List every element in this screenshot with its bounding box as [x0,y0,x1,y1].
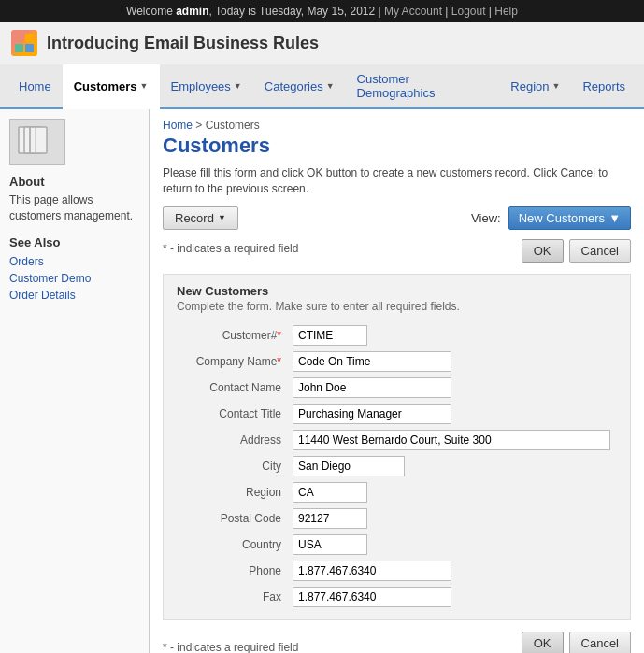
sidebar-link-order-details[interactable]: Order Details [9,289,139,302]
table-row: Company Name* [177,348,617,375]
table-row: Address [177,427,617,453]
field-label-region: Region [177,479,289,505]
sidebar-about-text: This page allows customers management. [9,192,139,224]
field-label-country: Country [177,532,289,558]
field-postal-code[interactable] [293,508,367,529]
my-account-link[interactable]: My Account [384,5,442,18]
form-table: Customer#* Company Name* Contact Name Co… [177,322,617,610]
nav-customer-demographics[interactable]: Customer Demographics [346,64,500,109]
welcome-text: Welcome [126,5,176,18]
logout-link[interactable]: Logout [451,5,486,18]
nav-customers[interactable]: Customers ▼ [63,64,160,109]
app-title: Introducing Email Business Rules [47,34,319,53]
breadcrumb-current: Customers [206,119,260,132]
page-body: About This page allows customers managem… [0,109,644,653]
svg-rect-3 [25,44,34,52]
table-row: Contact Name [177,375,617,401]
table-row: Phone [177,558,617,584]
required-note-top: * - indicates a required field [163,242,298,255]
svg-rect-1 [25,34,34,42]
view-chevron-icon: ▼ [608,211,621,225]
field-label-address: Address [177,427,289,453]
cancel-button-top[interactable]: Cancel [569,239,631,263]
customers-chevron-icon: ▼ [140,81,149,91]
record-label: Record [175,211,214,225]
table-row: Contact Title [177,401,617,427]
breadcrumb: Home > Customers [163,119,631,132]
nav-region[interactable]: Region ▼ [499,64,571,109]
field-phone[interactable] [293,561,451,581]
page-title: Customers [163,134,631,158]
view-section: View: New Customers ▼ [471,206,631,230]
form-description: Please fill this form and click OK butto… [163,165,631,197]
table-row: Postal Code [177,505,617,532]
top-bar: Welcome admin, Today is Tuesday, May 15,… [0,0,644,22]
sidebar-about-title: About [9,175,139,189]
field-country[interactable] [293,534,367,555]
main-content: Home > Customers Customers Please fill t… [150,109,644,653]
cancel-button-bottom[interactable]: Cancel [569,632,631,653]
field-company-name[interactable] [293,351,451,372]
table-row: Fax [177,584,617,610]
sidebar-icon [9,119,65,165]
table-row: City [177,453,617,479]
record-chevron-icon: ▼ [218,213,226,222]
date-text: , Today is Tuesday, May 15, 2012 | [209,5,384,18]
categories-chevron-icon: ▼ [326,81,335,91]
field-label-phone: Phone [177,558,289,584]
app-logo [11,30,37,56]
required-note-bottom: * - indicates a required field [163,641,298,653]
sidebar-link-orders[interactable]: Orders [9,255,139,268]
nav-home[interactable]: Home [7,64,63,109]
bottom-action-row: * - indicates a required field OK Cancel [163,626,631,653]
field-label-city: City [177,453,289,479]
table-row: Country [177,532,617,558]
svg-rect-6 [30,127,47,153]
form-section: New Customers Complete the form. Make su… [163,274,631,620]
new-customers-label: New Customers [519,211,605,225]
field-region[interactable] [293,482,367,503]
field-city[interactable] [293,456,405,476]
top-action-row: OK Cancel [522,239,631,263]
nav-reports[interactable]: Reports [571,64,637,109]
record-button[interactable]: Record ▼ [163,206,238,230]
breadcrumb-separator: > [193,119,206,132]
ok-button-bottom[interactable]: OK [522,632,564,653]
field-customer-number[interactable] [293,325,367,346]
toolbar: Record ▼ View: New Customers ▼ [163,206,631,230]
sidebar: About This page allows customers managem… [0,109,150,653]
sidebar-link-customer-demo[interactable]: Customer Demo [9,272,139,285]
field-label-contact-name: Contact Name [177,375,289,401]
username: admin [176,5,208,18]
breadcrumb-home[interactable]: Home [163,119,193,132]
ok-button-top[interactable]: OK [522,239,564,263]
new-customers-view-button[interactable]: New Customers ▼ [508,206,631,230]
field-address[interactable] [293,430,610,450]
form-section-title: New Customers [177,284,617,298]
nav-categories[interactable]: Categories ▼ [253,64,346,109]
field-label-postal: Postal Code [177,505,289,532]
main-nav: Home Customers ▼ Employees ▼ Categories … [0,64,644,109]
region-chevron-icon: ▼ [552,81,561,91]
field-contact-name[interactable] [293,377,451,398]
field-label-fax: Fax [177,584,289,610]
svg-rect-0 [15,34,23,42]
nav-employees[interactable]: Employees ▼ [160,64,253,109]
employees-chevron-icon: ▼ [234,81,242,91]
view-label: View: [471,211,501,225]
field-label-customer: Customer#* [177,322,289,348]
app-header: Introducing Email Business Rules [0,22,644,64]
table-row: Customer#* [177,322,617,348]
sidebar-see-also-title: See Also [9,235,139,249]
field-label-contact-title: Contact Title [177,401,289,427]
field-label-company: Company Name* [177,348,289,375]
form-section-subtitle: Complete the form. Make sure to enter al… [177,300,617,313]
table-row: Region [177,479,617,505]
help-link[interactable]: Help [494,5,518,18]
field-fax[interactable] [293,587,451,607]
svg-rect-2 [15,44,23,52]
field-contact-title[interactable] [293,404,451,424]
